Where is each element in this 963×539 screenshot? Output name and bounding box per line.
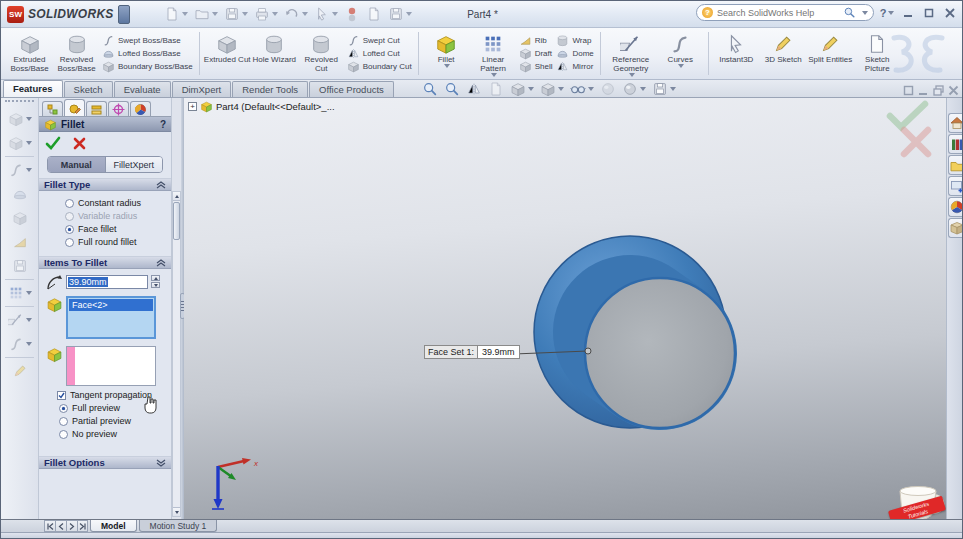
options-button[interactable]	[364, 5, 384, 23]
apply-scene-button[interactable]	[651, 81, 677, 97]
filletxpert-mode-button[interactable]: FilletXpert	[106, 157, 163, 172]
zoom-area-button[interactable]	[443, 81, 461, 97]
extruded-cut-button[interactable]: Extruded Cut	[204, 30, 251, 77]
appearances-scenes-tab[interactable]	[948, 197, 963, 217]
rib-button[interactable]: Rib	[519, 34, 553, 47]
left-toolbar-extrude-button[interactable]	[1, 107, 38, 131]
left-toolbar-swept-button[interactable]	[1, 158, 38, 182]
display-style-button[interactable]	[539, 81, 565, 97]
minimize-button[interactable]	[900, 6, 916, 20]
undo-button[interactable]	[282, 5, 310, 23]
search-icon[interactable]	[843, 6, 856, 19]
reference-geometry-button[interactable]: Reference Geometry	[605, 30, 657, 77]
left-toolbar-loft-button[interactable]	[1, 182, 38, 206]
scroll-left-button[interactable]	[55, 520, 66, 532]
new-document-button[interactable]	[162, 5, 190, 23]
dimxpert-manager-tab[interactable]	[108, 101, 129, 116]
section-view-button[interactable]	[465, 81, 483, 97]
left-toolbar-cut-button[interactable]	[1, 131, 38, 155]
instant3d-button[interactable]: Instant3D	[713, 30, 760, 77]
cancel-button[interactable]	[73, 137, 86, 150]
items-to-fillet-header[interactable]: Items To Fillet	[39, 256, 171, 269]
motion-study-tab[interactable]: Motion Study 1	[139, 520, 218, 532]
radio-constant-radius[interactable]: Constant radius	[65, 198, 169, 208]
fillet-dropdown-caret[interactable]	[444, 64, 450, 68]
menu-expand-button[interactable]	[118, 5, 130, 24]
lofted-boss-base-button[interactable]: Lofted Boss/Base	[102, 47, 193, 60]
file-properties-button[interactable]	[386, 5, 414, 23]
pm-help-button[interactable]: ?	[160, 119, 166, 130]
revolved-cut-button[interactable]: Revolved Cut	[298, 30, 345, 77]
select-button[interactable]	[312, 5, 340, 23]
edit-appearance-button[interactable]	[621, 81, 647, 97]
face-set1-listbox[interactable]: Face<2>	[66, 296, 156, 339]
mirror-button[interactable]: Mirror	[556, 60, 593, 73]
file-explorer-tab[interactable]	[948, 155, 963, 175]
open-document-button[interactable]	[192, 5, 220, 23]
tab-dimxpert[interactable]: DimXpert	[172, 81, 232, 97]
restore-button[interactable]	[921, 6, 937, 20]
draft-button[interactable]: Draft	[519, 47, 553, 60]
hide-show-items-button[interactable]	[569, 81, 595, 97]
curves-button[interactable]: Curves	[657, 30, 704, 77]
manual-mode-button[interactable]: Manual	[48, 157, 106, 172]
scroll-first-button[interactable]	[44, 520, 55, 532]
fillet-button[interactable]: Fillet	[423, 30, 470, 77]
left-toolbar-curves-button[interactable]	[1, 332, 38, 356]
search-input[interactable]	[717, 8, 839, 18]
scroll-right-button[interactable]	[66, 520, 77, 532]
close-button[interactable]	[942, 6, 958, 20]
confirm-cancel-watermark[interactable]	[904, 130, 928, 154]
split-entities-button[interactable]: Split Entities	[807, 30, 854, 77]
custom-properties-tab[interactable]	[948, 218, 963, 238]
scrollbar-thumb[interactable]	[173, 202, 180, 240]
selected-face-item[interactable]: Face<2>	[69, 299, 153, 311]
tab-render-tools[interactable]: Render Tools	[232, 81, 308, 97]
featuremanager-tree-tab[interactable]	[42, 101, 63, 116]
swept-boss-base-button[interactable]: Swept Boss/Base	[102, 34, 193, 47]
help-search-box[interactable]: ?	[696, 4, 874, 21]
curves-dropdown-caret[interactable]	[678, 64, 684, 68]
callout-value-field[interactable]: 39.9mm	[478, 345, 520, 359]
radio-full-round-fillet[interactable]: Full round fillet	[65, 237, 169, 247]
left-toolbar-refgeom-button[interactable]	[1, 308, 38, 332]
print-button[interactable]	[252, 5, 280, 23]
shell-button[interactable]: Shell	[519, 60, 553, 73]
display-manager-tab[interactable]	[130, 101, 151, 116]
search-scope-caret[interactable]	[862, 11, 868, 15]
shadows-button[interactable]	[599, 81, 617, 97]
left-toolbar-shell-button[interactable]	[1, 206, 38, 230]
refgeom-dropdown-caret[interactable]	[629, 73, 635, 77]
radius-input[interactable]: 39.90mm	[66, 275, 148, 289]
dome-button[interactable]: Dome	[556, 47, 593, 60]
previous-view-button[interactable]	[487, 81, 505, 97]
help-button[interactable]: ?	[879, 6, 895, 20]
rebuild-button[interactable]	[342, 5, 362, 23]
design-library-tab[interactable]	[948, 134, 963, 154]
left-toolbar-instant3d-button[interactable]	[1, 359, 38, 383]
tab-evaluate[interactable]: Evaluate	[114, 81, 171, 97]
configuration-manager-tab[interactable]	[86, 101, 107, 116]
swept-cut-button[interactable]: Swept Cut	[347, 34, 412, 47]
spinner-down-button[interactable]	[151, 282, 160, 288]
fillet-type-header[interactable]: Fillet Type	[39, 178, 171, 191]
linear-pattern-button[interactable]: Linear Pattern	[470, 30, 517, 77]
tab-sketch[interactable]: Sketch	[64, 81, 113, 97]
scroll-down-button[interactable]	[173, 507, 180, 516]
scroll-last-button[interactable]	[77, 520, 88, 532]
fillet-callout[interactable]: Face Set 1: 39.9mm	[424, 345, 520, 359]
toolbar-grip[interactable]	[5, 100, 34, 105]
boundary-boss-base-button[interactable]: Boundary Boss/Base	[102, 60, 193, 73]
view-orientation-button[interactable]	[509, 81, 535, 97]
model-tab[interactable]: Model	[90, 520, 137, 532]
lofted-cut-button[interactable]: Lofted Cut	[347, 47, 412, 60]
ok-button[interactable]	[45, 136, 61, 150]
tab-office-products[interactable]: Office Products	[309, 81, 394, 97]
zoom-fit-button[interactable]	[421, 81, 439, 97]
left-toolbar-pattern-button[interactable]	[1, 281, 38, 305]
confirmation-corner[interactable]	[884, 100, 944, 158]
model-cylinder[interactable]	[184, 98, 946, 519]
graphics-viewport[interactable]: + Part4 (Default<<Default>_... Face Set …	[184, 98, 946, 519]
confirm-ok-watermark[interactable]	[890, 104, 925, 127]
wrap-button[interactable]: Wrap	[556, 34, 593, 47]
